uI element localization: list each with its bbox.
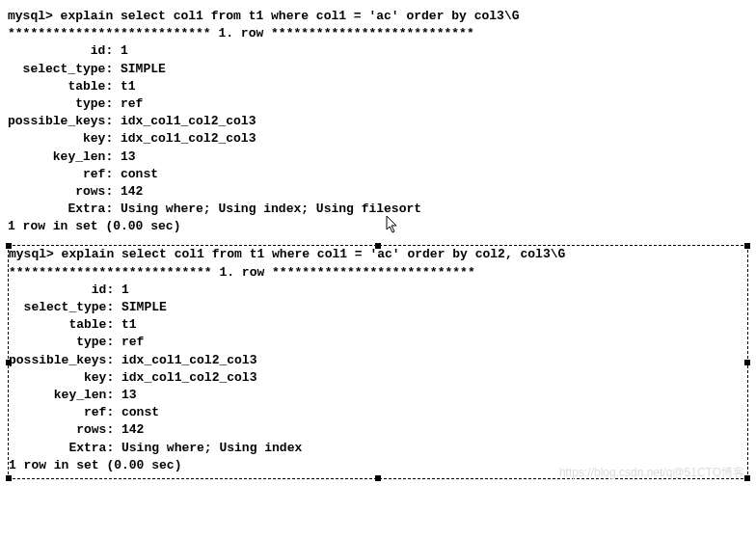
explain-extra: Extra: Using where; Using index [9,440,747,457]
explain-select-type: select_type: SIMPLE [8,61,748,78]
resize-handle-icon[interactable] [744,475,750,481]
explain-rows: rows: 142 [8,183,748,201]
explain-table: table: t1 [9,316,747,334]
sql-query-line: mysql> explain select col1 from t1 where… [8,8,748,25]
resize-handle-icon[interactable] [6,360,12,365]
terminal-output-block-2: mysql> explain select col1 from t1 where… [9,246,747,473]
resize-handle-icon[interactable] [375,243,381,249]
selection-region[interactable]: mysql> explain select col1 from t1 where… [8,245,748,478]
watermark-text: https://blog.csdn.net/q@51CTO博客 [559,465,744,481]
result-footer: 1 row in set (0.00 sec) [8,218,748,235]
explain-key: key: idx_col1_col2_col3 [9,369,747,387]
explain-id: id: 1 [9,282,747,299]
resize-handle-icon[interactable] [744,243,750,249]
row-separator: *************************** 1. row *****… [9,264,747,282]
explain-type: type: ref [9,334,747,351]
resize-handle-icon[interactable] [6,475,12,481]
resize-handle-icon[interactable] [6,243,12,249]
resize-handle-icon[interactable] [744,360,750,365]
explain-key: key: idx_col1_col2_col3 [8,130,748,148]
explain-extra: Extra: Using where; Using index; Using f… [8,201,748,218]
explain-type: type: ref [8,95,748,113]
terminal-output-block-1: mysql> explain select col1 from t1 where… [8,8,748,235]
explain-possible-keys: possible_keys: idx_col1_col2_col3 [9,352,747,369]
explain-key-len: key_len: 13 [9,387,747,404]
explain-rows: rows: 142 [9,421,747,439]
resize-handle-icon[interactable] [375,475,381,481]
row-separator: *************************** 1. row *****… [8,25,748,42]
explain-table: table: t1 [8,78,748,95]
explain-select-type: select_type: SIMPLE [9,299,747,316]
explain-ref: ref: const [8,166,748,183]
explain-ref: ref: const [9,404,747,421]
explain-id: id: 1 [8,42,748,60]
explain-key-len: key_len: 13 [8,148,748,166]
explain-possible-keys: possible_keys: idx_col1_col2_col3 [8,113,748,130]
